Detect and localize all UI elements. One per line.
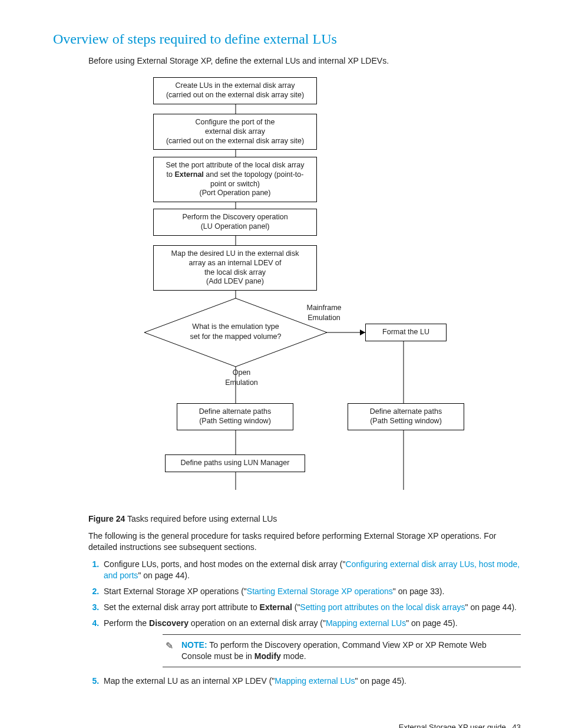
footer-page-number: 43: [513, 723, 521, 728]
step-5-link[interactable]: Mapping external LUs: [275, 676, 355, 686]
flow-box-3-pre: to: [167, 170, 175, 179]
flow-box-alt-left: Define alternate paths(Path Setting wind…: [177, 403, 293, 430]
flow-box-2: Configure the port of theexternal disk a…: [153, 114, 317, 150]
step-4-bold: Discovery: [149, 618, 189, 628]
step-4-c: " on page 45).: [406, 618, 457, 628]
note-text-a: To perform the Discovery operation, Comm…: [181, 640, 487, 661]
flow-box-alt-right: Define alternate paths(Path Setting wind…: [348, 403, 464, 430]
flowchart: Create LUs in the external disk array(ca…: [88, 77, 454, 508]
figure-caption: Figure 24 Tasks required before using ex…: [88, 513, 521, 525]
figure-caption-text: Tasks required before using external LUs: [125, 514, 277, 523]
step-2: Start External Storage XP operations ("S…: [101, 586, 521, 597]
footer-doc-title: External Storage XP user guide: [399, 723, 506, 728]
step-4-a: Perform the: [104, 618, 149, 628]
step-3-link[interactable]: Setting port attributes on the local dis…: [300, 602, 465, 612]
step-3-c: " on page 44).: [465, 602, 517, 612]
flow-box-4: Perform the Discovery operation(LU Opera…: [153, 209, 317, 235]
note-label: NOTE:: [181, 640, 207, 650]
note-icon: ✎: [163, 640, 176, 662]
flow-box-lun: Define paths using LUN Manager: [165, 454, 305, 472]
flow-box-1: Create LUs in the external disk array(ca…: [153, 77, 317, 104]
step-2-a: Start External Storage XP operations (": [104, 587, 247, 596]
step-1-a: Configure LUs, ports, and host modes on …: [104, 559, 345, 569]
svg-marker-7: [360, 330, 365, 335]
step-1: Configure LUs, ports, and host modes on …: [101, 559, 521, 581]
step-2-link[interactable]: Starting External Storage XP operations: [247, 587, 393, 596]
flow-box-3-line1: Set the port attribute of the local disk…: [166, 161, 305, 169]
step-5-b: " on page 45).: [355, 676, 406, 686]
label-mainframe: MainframeEmulation: [297, 303, 351, 323]
step-2-b: " on page 33).: [393, 587, 444, 596]
step-3-a: Set the external disk array port attribu…: [104, 602, 260, 612]
flow-box-format: Format the LU: [365, 324, 447, 341]
flow-box-3-post: and set the topology (point-to-: [204, 170, 304, 179]
step-4-link[interactable]: Mapping external LUs: [326, 618, 406, 628]
note-text-b: mode.: [281, 651, 306, 661]
flow-box-3-line4: (Port Operation pane): [200, 189, 271, 197]
procedure-intro: The following is the general procedure f…: [88, 531, 521, 553]
intro-text: Before using External Storage XP, define…: [88, 55, 521, 67]
step-3-b: (": [292, 602, 300, 612]
flow-box-3-bold: External: [175, 170, 204, 179]
step-5-a: Map the external LU as an internal XP LD…: [104, 676, 275, 686]
note-text-bold: Modify: [254, 651, 281, 661]
label-open: OpenEmulation: [221, 368, 262, 388]
page-footer: External Storage XP user guide 43: [53, 722, 521, 728]
step-5: Map the external LU as an internal XP LD…: [101, 676, 521, 687]
step-4-b: operation on an external disk array (": [189, 618, 326, 628]
flow-box-3: Set the port attribute of the local disk…: [153, 157, 317, 202]
step-3-bold: External: [260, 602, 292, 612]
step-4: Perform the Discovery operation on an ex…: [101, 618, 521, 668]
step-1-b: " on page 44).: [138, 571, 189, 580]
steps-list: Configure LUs, ports, and host modes on …: [88, 559, 521, 687]
decision-text: What is the emulation typeset for the ma…: [183, 322, 289, 342]
step-3: Set the external disk array port attribu…: [101, 602, 521, 613]
figure-label: Figure 24: [88, 514, 125, 523]
page-title: Overview of steps required to define ext…: [53, 29, 521, 48]
flow-box-5: Map the desired LU in the external diska…: [153, 245, 317, 291]
flow-box-3-line3: point or switch): [210, 180, 260, 188]
note-text: NOTE: To perform the Discovery operation…: [181, 640, 518, 662]
note-box: ✎ NOTE: To perform the Discovery operati…: [163, 634, 521, 667]
